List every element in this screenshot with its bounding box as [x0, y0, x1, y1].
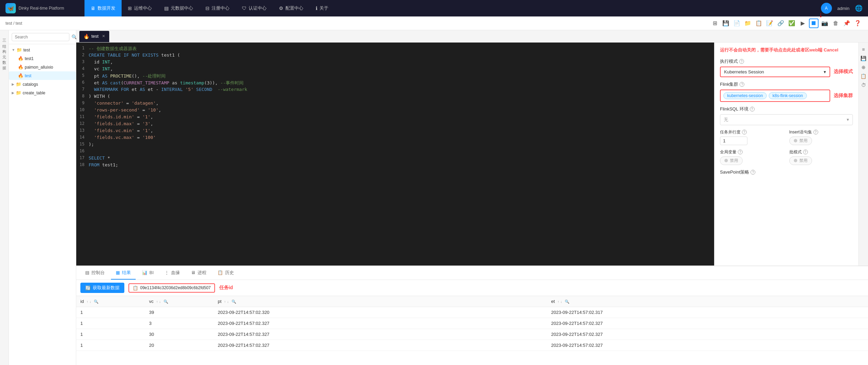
savepoint-info-icon[interactable]: ? — [751, 170, 755, 175]
nav-item-auth-center[interactable]: 🛡认证中心 — [236, 0, 273, 16]
cluster-tag-k8s-flink[interactable]: k8s-flink-session — [769, 92, 807, 99]
task-parallel-info-icon[interactable]: ? — [742, 130, 747, 134]
exec-mode-select[interactable]: Kubernetes Session ▾ — [720, 67, 830, 77]
right-strip-icon-3[interactable]: ⊕ — [861, 64, 866, 70]
globe-icon[interactable]: 🌐 — [855, 4, 863, 12]
right-strip-icon-5[interactable]: ⏱ — [861, 82, 866, 88]
strip-icon-menu[interactable]: 三 — [1, 34, 8, 37]
line-number: 1 — [76, 46, 89, 52]
toolbar-btn-snapshot[interactable]: 📷 — [820, 19, 830, 28]
bottom-tab-process[interactable]: 🖥 进程 — [186, 267, 211, 280]
search-col-icon[interactable]: 🔍 — [232, 299, 236, 304]
task-id-box[interactable]: 📋 09e1134f4c32036d2ed8b09c6b2fd507 — [128, 283, 215, 293]
sort-down-icon[interactable]: ↓ — [561, 300, 562, 304]
search-col-icon[interactable]: 🔍 — [565, 299, 570, 304]
strip-icon-source[interactable]: 据 — [1, 62, 8, 64]
bottom-tab-result[interactable]: ▦ 结果 — [111, 267, 136, 280]
sort-up-icon[interactable]: ↑ — [156, 300, 158, 304]
bottom-tab-lineage[interactable]: ⋮ 血缘 — [160, 267, 185, 280]
tree-item-test1[interactable]: 🔥 test1 — [9, 54, 76, 63]
code-line-9: 9 'connector' = 'datagen', — [76, 100, 714, 107]
exec-mode-info-icon[interactable]: ? — [739, 59, 744, 64]
refresh-button[interactable]: 🔄 获取最新数据 — [80, 283, 124, 293]
tree-item-catalogs[interactable]: ▶ 📁 catalogs — [9, 80, 76, 89]
tree-item-label: paimon_alluixio — [25, 65, 53, 70]
user-avatar[interactable]: A — [821, 3, 832, 14]
toolbar-btn-check[interactable]: ✅ — [787, 19, 797, 28]
flink-cluster-select[interactable]: kubernetes-session k8s-flink-session — [720, 90, 830, 102]
global-var-toggle[interactable]: 禁用 — [720, 156, 743, 165]
strip-icon-meta[interactable]: 元 — [1, 51, 8, 54]
right-strip-icon-4[interactable]: 📋 — [860, 73, 866, 79]
cluster-tag-k8s-session[interactable]: kubernetes-session — [723, 92, 767, 99]
toolbar-btn-save[interactable]: 💾 — [721, 19, 731, 28]
savepoint-section: SavePoint策略 ? — [720, 169, 853, 175]
tree-item-paimon[interactable]: 🔥 paimon_alluixio — [9, 63, 76, 71]
task-id-label: 任务id — [219, 285, 233, 291]
flink-cluster-info-icon[interactable]: ? — [740, 82, 744, 87]
sort-down-icon[interactable]: ↓ — [89, 300, 91, 304]
sort-down-icon[interactable]: ↓ — [227, 300, 229, 304]
toolbar-btn-stop[interactable]: ⏹ ↓ — [809, 19, 819, 28]
search-col-icon[interactable]: 🔍 — [164, 299, 168, 304]
line-number: 12 — [76, 121, 89, 127]
bi-label: BI — [149, 270, 154, 275]
right-strip-icon-1[interactable]: ≡ — [862, 47, 865, 52]
global-var-info-icon[interactable]: ? — [738, 150, 743, 154]
toolbar-btn-help[interactable]: ❓ — [853, 19, 863, 28]
table-cell: 1 — [76, 307, 145, 318]
nav-item-config-center[interactable]: ⚙配置中心 — [273, 0, 309, 16]
search-col-icon[interactable]: 🔍 — [94, 299, 99, 304]
nav-item-meta-center[interactable]: ▤元数据中心 — [158, 0, 199, 16]
batch-mode-toggle[interactable]: 禁用 — [789, 156, 812, 165]
line-number: 11 — [76, 114, 89, 120]
code-line-6: 6 et AS cast(CURRENT_TIMESTAMP as timest… — [76, 80, 714, 86]
bottom-tab-console[interactable]: ▤ 控制台 — [80, 267, 110, 280]
flinksql-env-select[interactable]: 无 ▾ — [720, 114, 853, 125]
toolbar-btn-delete[interactable]: 🗑 — [831, 19, 841, 28]
toolbar-btn-copy[interactable]: 📋 — [754, 19, 764, 28]
nav-icon: ▤ — [164, 5, 169, 11]
sort-down-icon[interactable]: ↓ — [159, 300, 161, 304]
task-parallel-input[interactable] — [720, 137, 747, 145]
batch-mode-info-icon[interactable]: ? — [803, 150, 808, 154]
nav-item-data-dev[interactable]: 🖥数据开发 — [84, 0, 122, 16]
toolbar-btn-edit[interactable]: 📝 — [765, 19, 775, 28]
flinksql-env-info-icon[interactable]: ? — [750, 107, 755, 111]
table-row: 1392023-09-22T14:57:02.3202023-09-22T14:… — [76, 307, 868, 318]
table-row: 1302023-09-22T14:57:02.3272023-09-22T14:… — [76, 329, 868, 340]
sort-up-icon[interactable]: ↑ — [557, 300, 559, 304]
sort-up-icon[interactable]: ↑ — [224, 300, 226, 304]
strip-icon-struct[interactable]: 构 — [1, 45, 8, 48]
insert-set-info-icon[interactable]: ? — [813, 130, 818, 134]
line-number: 6 — [76, 80, 89, 86]
app-logo: 🦋 Dinky Real-time Platform — [5, 3, 84, 13]
search-input[interactable] — [12, 33, 69, 41]
toolbar-btn-pin[interactable]: 📌 — [842, 19, 852, 28]
bottom-tab-bi[interactable]: 📊 BI — [137, 267, 158, 280]
toolbar-btn-new[interactable]: 📄 — [732, 19, 742, 28]
insert-set-toggle[interactable]: 禁用 — [789, 137, 812, 145]
line-number: 5 — [76, 73, 89, 79]
sort-up-icon[interactable]: ↑ — [87, 300, 88, 304]
strip-icon-data[interactable]: 数 — [1, 56, 8, 59]
right-strip-icon-2[interactable]: 💾 — [860, 56, 866, 61]
tab-close-icon[interactable]: ✕ — [102, 34, 105, 38]
nav-item-register-center[interactable]: ⊟注册中心 — [199, 0, 236, 16]
tree-item-test-folder[interactable]: ▼ 📁 test — [9, 46, 76, 54]
nav-item-ops-center[interactable]: ⊞运维中心 — [122, 0, 158, 16]
code-editor[interactable]: 1 -- 创建数据生成器源表 2 CREATE TABLE IF NOT EXI… — [76, 43, 714, 266]
bottom-tab-history[interactable]: 📋 历史 — [213, 267, 239, 280]
toolbar-btn-layout[interactable]: ⊞ — [710, 19, 720, 28]
line-number: 13 — [76, 128, 89, 134]
editor-tab-test[interactable]: 🔥 test ✕ — [79, 31, 110, 42]
folder-icon: 📁 — [16, 90, 21, 95]
tree-item-create-table[interactable]: ▶ 📁 create_table — [9, 89, 76, 97]
nav-item-about[interactable]: ℹ关于 — [309, 0, 335, 16]
strip-icon-result[interactable]: 结 — [1, 40, 8, 43]
toolbar-btn-folder[interactable]: 📁 — [743, 19, 753, 28]
code-line-17: 17 SELECT * — [76, 155, 714, 162]
toolbar-btn-link[interactable]: 🔗 — [776, 19, 786, 28]
toolbar-btn-run[interactable]: ▶ — [798, 19, 808, 28]
tree-item-test-active[interactable]: 🔥 test — [9, 71, 76, 80]
